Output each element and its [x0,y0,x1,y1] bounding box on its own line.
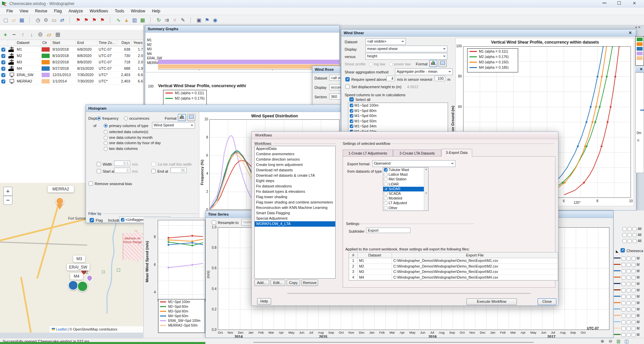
histogram-titlebar[interactable]: Histogram [86,105,341,112]
speed-column-checkbox[interactable] [350,119,353,123]
subfolder-input[interactable]: Export [366,228,410,233]
color-swatch[interactable] [42,79,50,83]
checkbox[interactable] [627,288,631,292]
toolbar-icon[interactable]: ⚑ [75,17,82,23]
checkbox[interactable] [622,282,626,286]
select-all-checkbox[interactable] [349,97,354,102]
checkbox[interactable] [632,327,636,331]
checkbox[interactable] [632,256,636,261]
checkbox[interactable] [627,314,631,318]
power-law-radio[interactable] [389,62,393,66]
toolbar-icon[interactable]: ⚑ [99,17,106,23]
dataset-row[interactable]: M4 9/27/2018 8/15/2020 UTC-07 688 1.9 1 [0,65,144,72]
checkbox[interactable] [622,276,626,280]
checkbox[interactable] [627,276,631,280]
copy-workflow-button[interactable]: Copy [287,280,300,286]
dataset-toolbar-icon[interactable]: − [11,32,17,38]
dataset-type-checkbox[interactable] [384,168,388,172]
color-swatch[interactable] [42,54,50,58]
dataset-type-checkbox[interactable] [384,182,388,186]
dataset-type-item[interactable]: Tubular Mast [383,168,424,172]
dataset-type-item[interactable]: LiDAR [383,182,424,187]
minimize-button[interactable] [602,3,606,3]
hist-primary-radio[interactable] [104,124,108,128]
workflow-item[interactable]: Download ref datasets & create LTA [255,173,335,178]
checkbox[interactable] [632,307,636,311]
color-swatch[interactable] [42,66,50,71]
require-speed-input[interactable]: 4 [386,76,395,81]
workflow-item[interactable]: Flag tower shading and combine anemomete… [255,200,335,205]
workflow-item[interactable]: AppendData [255,146,335,152]
toolbar-icon[interactable]: ↻ [155,17,162,23]
dataset-type-item[interactable]: Modeled [383,196,424,201]
dataset-row[interactable]: M2 8/10/2018 8/8/2020 UTC-07 730 2.0 1 [0,53,144,59]
checkbox[interactable] [632,333,636,337]
displacement-checkbox[interactable] [345,84,350,89]
width-checkbox[interactable] [97,162,101,166]
checkbox[interactable] [623,227,627,231]
checkbox[interactable] [632,320,636,324]
checkbox[interactable] [622,269,626,273]
end-at-input[interactable]: 35 [170,168,187,173]
dataset-toolbar-icon[interactable]: + [2,32,9,38]
speed-column-checkbox[interactable] [350,109,353,113]
checkbox[interactable] [627,301,631,305]
checkbox[interactable] [622,256,626,261]
toolbar-icon[interactable]: ∿ [115,17,122,23]
export-format-combo[interactable]: Openwind [372,160,455,167]
checkbox[interactable] [632,314,636,318]
wind-rose-sectors-combo[interactable]: 360 [329,94,341,100]
start-at-input[interactable]: 0 [114,168,130,173]
workflow-item[interactable]: WORKFLOW_4_LTA [255,221,335,227]
dataset-checkbox[interactable] [1,67,5,71]
menu-item[interactable]: Flag [51,8,65,14]
dataset-row[interactable]: M3 8/22/2018 8/8/2020 UTC-07 718 2.0 1 [0,59,144,65]
checkbox[interactable] [633,239,637,243]
close-button[interactable]: Close [538,298,556,305]
shear-display-combo[interactable]: mean speed shear [365,46,447,52]
close-button[interactable]: ✕ [633,1,636,6]
checkbox[interactable] [632,269,636,273]
toolbar-icon[interactable]: │ [147,17,154,23]
dataset-row[interactable]: ERAI_SW 12/31/2013 7/30/2020 UTC* 2,403 … [0,72,144,78]
toolbar-icon[interactable]: ⚑ [83,17,90,23]
workflow-item[interactable]: Download ref datasets [255,168,335,173]
m2-cluster-marker[interactable] [77,281,88,292]
dataset-toolbar-icon[interactable]: ↑ [19,32,26,38]
toolbar-icon[interactable]: ◉ [211,17,219,23]
color-swatch[interactable] [42,73,50,77]
status-icon[interactable]: ▥ [615,339,622,344]
types-scrollbar[interactable]: ▲▼ [424,168,428,211]
remove-workflow-button[interactable]: Remove [301,280,318,286]
hist-option-radio[interactable] [104,141,108,145]
dataset-type-item[interactable]: LT Adjusted [383,201,424,206]
checkbox[interactable] [623,239,627,243]
export-file-row[interactable]: 1 M1 C:\Windographer_Demos\Windographer\… [349,258,558,264]
dataset-type-item[interactable]: Met Station [383,177,424,182]
workbook-checkbox[interactable] [621,248,625,252]
checkbox[interactable] [627,333,631,337]
width-input[interactable]: 0.5 [114,161,130,166]
export-file-row[interactable]: 4 M4 C:\Windographer_Demos\Windographer\… [349,275,558,281]
checkbox[interactable] [622,320,626,324]
wind-shear-close-icon[interactable]: ✕ [629,31,632,35]
workflow-item[interactable]: Create long term adjustment [255,162,335,168]
speed-column-item[interactable]: M1~Spd 50m [348,119,448,124]
toolbar-icon[interactable]: │ [66,17,74,23]
toolbar-icon[interactable]: ▭ [50,17,58,23]
dataset-checkbox[interactable] [1,73,5,77]
hist-primary-combo[interactable]: Wind Speed [152,122,195,129]
toolbar-icon[interactable]: ▣ [195,17,203,23]
checkbox[interactable] [622,295,626,299]
add-workflow-button[interactable]: Add... [254,280,269,286]
checkbox[interactable] [633,227,637,231]
toolbar-icon[interactable]: ⇉ [163,17,170,23]
menu-item[interactable]: Window [128,8,148,14]
start-at-checkbox[interactable] [97,169,101,173]
shear-dataset-combo[interactable]: <all visible> [365,38,406,45]
workflow-item[interactable]: Fix dataset types & elevations [255,189,335,194]
workflow-item[interactable]: Special Adjustment [255,216,335,221]
menu-item[interactable]: Workflows [87,8,111,14]
tab-create-lta-datasets[interactable]: 2-Create LTA Datasets [393,150,441,157]
shear-format-chart-button[interactable] [429,60,437,67]
